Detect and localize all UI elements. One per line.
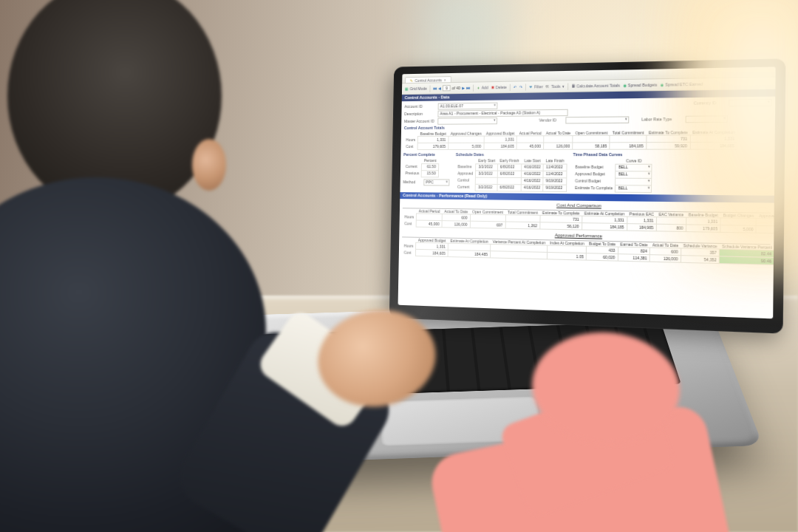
pct-title: Percent Complete: [403, 152, 450, 157]
totals-table: Baseline BudgetApproved ChangesApproved …: [403, 129, 737, 150]
master-account-field[interactable]: [437, 117, 497, 125]
chevron-down-icon: ▾: [562, 83, 564, 89]
undo-button[interactable]: ↶: [514, 84, 516, 89]
tools-button[interactable]: 🛠Tools▾: [546, 83, 565, 89]
method-field[interactable]: PPC: [423, 179, 449, 185]
description-label: Description: [404, 112, 435, 117]
currency-field[interactable]: [729, 99, 771, 106]
currency-label: Currency ID: [694, 100, 726, 106]
pencil-icon: ✎: [410, 78, 413, 83]
grid-icon: ▦: [405, 86, 409, 92]
redo-button[interactable]: ↷: [519, 84, 522, 89]
delete-button[interactable]: ✖Delete: [491, 85, 507, 90]
scene-photo: ✎ Control Accounts × ▦ Grid Mode ⏮ ◀ 9 o…: [0, 0, 798, 532]
spread-etc-button[interactable]: ◉Spread ETC Earned: [661, 81, 703, 87]
laptop-screen-bezel: ✎ Control Accounts × ▦ Grid Mode ⏮ ◀ 9 o…: [389, 58, 786, 333]
add-button[interactable]: ＋Add: [477, 85, 488, 90]
identification-pane: Account ID A1.03.ELE.07 Currency ID Desc…: [400, 97, 775, 196]
dates-table: Early StartEarly FinishLate StartLate Fi…: [455, 158, 567, 191]
app-window: ✎ Control Accounts × ▦ Grid Mode ⏮ ◀ 9 o…: [398, 66, 776, 318]
calc-totals-button[interactable]: 🖩Calculate Account Totals: [571, 83, 620, 89]
account-id-field[interactable]: A1.03.ELE.07: [438, 103, 498, 110]
schedule-dates-section: Schedule Dates Early StartEarly FinishLa…: [455, 151, 567, 191]
performance-pane: Cost And Comparison Actual PeriodActual …: [399, 199, 774, 267]
description-field[interactable]: Area A1 - Procurement - Electrical - Pac…: [437, 109, 567, 117]
dates-title: Schedule Dates: [456, 152, 567, 157]
time-phased-section: Time Phased Data Curves Curve IDBaseline…: [573, 151, 652, 192]
approved-performance-table: Approved BudgetEstimate At CompletionVar…: [402, 237, 776, 269]
tp-table: Curve IDBaseline BudgetBELLApproved Budg…: [573, 158, 652, 192]
record-pager[interactable]: ⏮ ◀ 9 of 40 ▶ ⏭: [433, 84, 469, 92]
tab-label: Control Accounts: [415, 78, 442, 83]
prev-icon[interactable]: ◀: [438, 86, 441, 91]
funnel-icon: ⏷: [529, 84, 533, 89]
first-icon[interactable]: ⏮: [433, 86, 437, 91]
spread-icon: ◉: [661, 82, 664, 87]
percent-complete-section: Percent Complete PercentCurrent61.50Prev…: [403, 151, 450, 191]
account-id-label: Account ID: [404, 104, 435, 109]
spread-budgets-button[interactable]: ◉Spread Budgets: [623, 82, 657, 88]
undo-icon: ↶: [514, 84, 516, 89]
tp-title: Time Phased Data Curves: [573, 152, 653, 157]
method-label: Method: [403, 180, 421, 185]
delete-icon: ✖: [491, 85, 494, 90]
close-icon[interactable]: ×: [444, 78, 446, 83]
last-icon[interactable]: ⏭: [466, 85, 470, 90]
calculator-icon: 🖩: [571, 83, 575, 89]
master-account-label: Master Account ID: [404, 119, 435, 124]
wrench-icon: 🛠: [546, 84, 550, 89]
spread-icon: ◉: [623, 83, 626, 88]
vendor-field[interactable]: [565, 117, 629, 124]
labor-rate-field[interactable]: [686, 115, 728, 123]
labor-rate-label: Labor Rate Type: [641, 117, 683, 123]
next-icon[interactable]: ▶: [462, 85, 465, 90]
filter-button[interactable]: ⏷Filter: [529, 84, 543, 89]
tab-control-accounts[interactable]: ✎ Control Accounts ×: [405, 76, 451, 83]
page-of: of 40: [452, 86, 460, 91]
page-current[interactable]: 9: [443, 85, 451, 92]
vendor-label: Vendor ID: [539, 118, 563, 123]
pct-table: PercentCurrent61.50Previous15.50: [403, 158, 439, 177]
plus-icon: ＋: [477, 85, 480, 90]
grid-mode-toggle[interactable]: ▦ Grid Mode: [405, 86, 427, 91]
redo-icon: ↷: [519, 84, 522, 89]
